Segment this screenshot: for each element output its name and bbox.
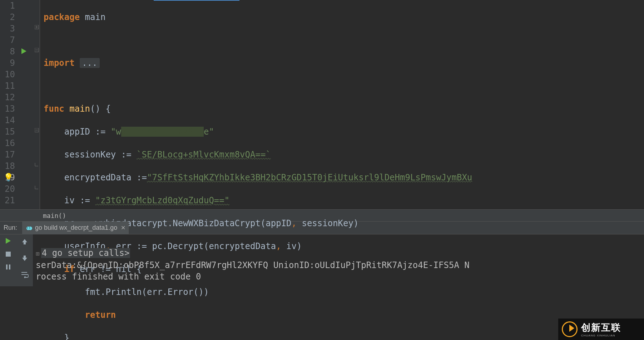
fold-collapse-icon[interactable] xyxy=(35,48,39,52)
run-config-title: go build wx_decrpt_data1.go xyxy=(35,224,117,232)
svg-rect-15 xyxy=(9,264,10,269)
down-arrow-icon[interactable] xyxy=(21,254,28,264)
run-side-toolbar xyxy=(0,234,16,286)
run-nav-toolbar xyxy=(16,234,33,286)
up-arrow-icon[interactable] xyxy=(21,237,28,247)
svg-point-10 xyxy=(27,228,28,228)
close-icon[interactable]: ✕ xyxy=(121,224,125,231)
svg-marker-12 xyxy=(6,238,11,244)
fold-end-icon[interactable] xyxy=(35,185,39,190)
go-file-icon xyxy=(26,225,32,231)
fold-expand-icon[interactable]: ⊞ xyxy=(36,250,40,257)
code-area[interactable]: package main import ... func main() { ap… xyxy=(40,0,644,209)
brand-text: 创新互联 xyxy=(581,321,621,334)
brand-icon xyxy=(562,321,578,337)
rerun-icon[interactable] xyxy=(5,237,12,244)
svg-marker-0 xyxy=(21,48,26,54)
code-editor[interactable]: 1 2 3 7 8 9 10 11 12 13 14 15 16 17 18 1… xyxy=(0,0,644,209)
run-label: Run: xyxy=(0,224,22,232)
run-line-icon[interactable] xyxy=(21,48,27,55)
svg-rect-13 xyxy=(6,252,11,257)
breadcrumb-item[interactable]: main() xyxy=(43,212,66,219)
gutter-fold xyxy=(34,0,40,209)
stop-icon[interactable] xyxy=(5,251,11,257)
fold-collapse-icon[interactable] xyxy=(35,128,39,132)
gutter-actions: 💡 xyxy=(18,0,34,209)
pause-icon[interactable] xyxy=(5,264,11,270)
svg-point-11 xyxy=(29,228,30,228)
brand-subtext: CHUANG XINHULIAN xyxy=(581,334,621,337)
run-console: ⊞4 go setup calls> serData:&{OpenID:obP8… xyxy=(0,234,644,286)
svg-point-9 xyxy=(29,227,32,230)
console-output[interactable]: ⊞4 go setup calls> serData:&{OpenID:obP8… xyxy=(33,234,644,286)
run-config-tab[interactable]: go build wx_decrpt_data1.go ✕ xyxy=(22,222,129,234)
soft-wrap-icon[interactable] xyxy=(21,270,29,280)
fold-end-icon[interactable] xyxy=(35,162,39,167)
fold-expand-icon[interactable] xyxy=(35,25,39,29)
tab-indicator xyxy=(154,0,239,1)
watermark-logo: 创新互联 CHUANG XINHULIAN xyxy=(558,319,644,340)
svg-rect-14 xyxy=(6,264,8,269)
intention-bulb-icon[interactable]: 💡 xyxy=(4,173,13,182)
